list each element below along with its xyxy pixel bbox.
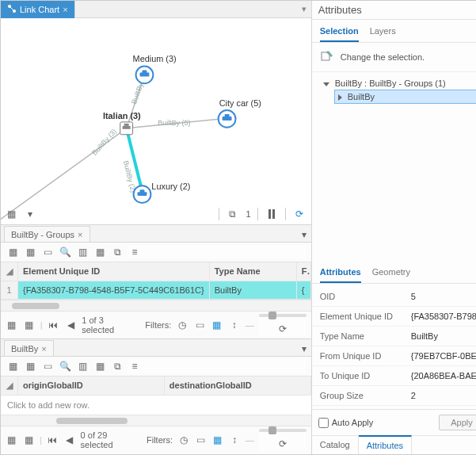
auto-apply-checkbox[interactable]: Auto Apply (318, 418, 374, 428)
clear-sel-icon[interactable]: ▥ (75, 245, 89, 259)
copy-icon[interactable]: ⧉ (110, 359, 124, 373)
add-layer-icon[interactable]: ▦ (4, 207, 18, 221)
clear-sel-icon[interactable]: ▥ (75, 359, 89, 373)
tab-layers[interactable]: Layers (370, 23, 396, 42)
zoom-slider[interactable] (259, 314, 307, 317)
apply-row: Auto Apply Apply Cancel (312, 409, 476, 435)
selection-change-icon (320, 49, 334, 65)
add-row-placeholder[interactable]: Click to add new row. (1, 396, 311, 415)
col-element-id[interactable]: Element Unique ID (18, 262, 210, 281)
col-origin[interactable]: originGlobalID (18, 377, 165, 395)
prop-element-id[interactable]: Element Unique ID{FA358307-B798-4548-B5F… (312, 307, 476, 327)
table-row[interactable]: 1 {FA358307-B798-4548-B5F7-5C449C61B61C}… (1, 281, 311, 300)
filter-extent-icon[interactable]: ▭ (193, 318, 206, 332)
panel-builtby-groups: BuiltBy - Groups × ▾ ▦ ▦ ▭ 🔍 ▥ ▦ ⧉ ≡ (1, 224, 311, 338)
menu-icon[interactable]: ≡ (128, 245, 142, 259)
cell-extra[interactable]: { (297, 281, 311, 299)
menu-icon[interactable]: ≡ (128, 359, 142, 373)
auto-apply-input[interactable] (318, 418, 329, 428)
prev-icon[interactable]: ◀ (64, 318, 77, 332)
rownum-header[interactable]: ◢ (1, 377, 18, 395)
sort-icon[interactable]: ↕ (228, 318, 241, 332)
tab-builtby[interactable]: BuiltBy × (4, 340, 54, 356)
property-list: OID5 Element Unique ID{FA358307-B798-454… (312, 284, 476, 409)
btab-catalog[interactable]: Catalog (312, 436, 359, 454)
prop-oid[interactable]: OID5 (312, 287, 476, 307)
btab-attributes[interactable]: Attributes (359, 435, 412, 454)
col-type-name[interactable]: Type Name (210, 262, 297, 281)
caret-down-icon[interactable] (323, 82, 329, 86)
link-chart-canvas[interactable]: BuiltBy (3) BuiltBy (5) BuiltBy (2) Buil… (1, 18, 311, 224)
panel-menu-icon[interactable]: ▾ (297, 342, 311, 356)
tab-link-chart[interactable]: Link Chart × (1, 1, 75, 18)
filter-time-icon[interactable]: ◷ (177, 433, 189, 447)
field-calc-icon[interactable]: ▦ (6, 359, 20, 373)
show-selected-icon[interactable]: ▦ (22, 433, 34, 447)
pause-icon[interactable] (265, 207, 279, 221)
prop-group-size[interactable]: Group Size2 (312, 386, 476, 406)
zoom-selected-icon[interactable]: ⧉ (226, 207, 240, 221)
close-icon[interactable]: × (78, 230, 82, 239)
first-icon[interactable]: ⏮ (48, 318, 60, 332)
close-icon[interactable]: × (63, 5, 67, 14)
tab-builtby-groups[interactable]: BuiltBy - Groups × (4, 226, 90, 242)
svg-line-2 (10, 7, 13, 10)
col-extra[interactable]: F (297, 262, 311, 281)
close-icon[interactable]: × (41, 344, 46, 354)
refresh-icon[interactable]: ⟳ (276, 437, 290, 451)
cell-type-name[interactable]: BuiltBy (210, 281, 297, 299)
caret-right-icon (338, 94, 342, 101)
panel-menu-icon[interactable]: ▾ (297, 228, 311, 242)
subtab-geometry[interactable]: Geometry (372, 264, 410, 283)
zoom-to-icon[interactable]: 🔍 (58, 245, 72, 259)
prev-icon[interactable]: ◀ (63, 433, 75, 447)
sort-icon[interactable]: ↕ (228, 433, 240, 447)
left-column: Link Chart × ▾ BuiltBy (3) BuiltBy (5) B… (1, 1, 312, 454)
select-icon[interactable]: ▭ (40, 359, 55, 373)
show-selected-icon[interactable]: ▦ (23, 318, 36, 332)
layer-dropdown-icon[interactable]: ▾ (23, 207, 37, 221)
filter-def-icon[interactable]: ▦ (211, 433, 223, 447)
tree-child-builtby[interactable]: BuiltBy (334, 90, 476, 104)
prop-to-id[interactable]: To Unique ID{20A86BEA-BAE4-4F33-B10E-… (312, 366, 476, 386)
tab-selection[interactable]: Selection (320, 23, 359, 42)
groups-hscroll[interactable] (1, 300, 311, 311)
copy-icon[interactable]: ⧉ (110, 245, 124, 259)
node-luxury[interactable] (134, 185, 151, 203)
rownum-cell[interactable]: 1 (1, 281, 18, 299)
select-icon[interactable]: ▭ (40, 245, 55, 259)
groups-footer: ▦ ▦ | ⏮ ◀ 1 of 3 selected Filters: ◷ ▭ ▦… (1, 311, 311, 338)
delete-icon[interactable]: ▦ (93, 359, 107, 373)
prop-from-id[interactable]: From Unique ID{79EB7CBF-0BEF-4B9B-8579-… (312, 346, 476, 366)
filter-time-icon[interactable]: ◷ (176, 318, 188, 332)
zoom-slider[interactable] (259, 429, 307, 432)
node-italian[interactable] (120, 122, 133, 135)
add-field-icon[interactable]: ▦ (23, 359, 37, 373)
tabstrip-menu[interactable]: ▾ (297, 4, 311, 14)
rownum-header[interactable]: ◢ (1, 262, 18, 281)
node-citycar[interactable] (219, 110, 236, 128)
first-icon[interactable]: ⏮ (47, 433, 59, 447)
filter-def-icon[interactable]: ▦ (211, 318, 223, 332)
filter-extent-icon[interactable]: ▭ (194, 433, 206, 447)
add-field-icon[interactable]: ▦ (23, 245, 37, 259)
tree-root[interactable]: BuiltBy : BuiltBy - Groups (1) (320, 77, 476, 90)
builtby-hscroll[interactable] (1, 415, 311, 426)
builtby-grid: ◢ originGlobalID destinationGlobalID Cli… (1, 377, 311, 415)
show-all-icon[interactable]: ▦ (6, 318, 18, 332)
apply-button[interactable]: Apply (439, 415, 476, 430)
cell-element-id[interactable]: {FA358307-B798-4548-B5F7-5C449C61B61C} (18, 281, 210, 299)
subtab-attributes[interactable]: Attributes (320, 264, 361, 283)
col-dest[interactable]: destinationGlobalID (165, 377, 311, 395)
zoom-to-icon[interactable]: 🔍 (58, 359, 72, 373)
prop-type-name[interactable]: Type NameBuiltBy (312, 327, 476, 346)
refresh-icon[interactable]: ⟳ (276, 322, 290, 336)
delete-icon[interactable]: ▦ (93, 245, 107, 259)
change-selection-row[interactable]: Change the selection. ▾ (312, 43, 476, 72)
node-medium[interactable] (136, 66, 154, 83)
field-calc-icon[interactable]: ▦ (6, 245, 20, 259)
show-all-icon[interactable]: ▦ (6, 433, 17, 447)
tree-root-label: BuiltBy : BuiltBy - Groups (1) (335, 78, 446, 88)
groups-toolbar: ▦ ▦ ▭ 🔍 ▥ ▦ ⧉ ≡ (1, 243, 311, 262)
refresh-icon[interactable]: ⟳ (292, 207, 307, 221)
